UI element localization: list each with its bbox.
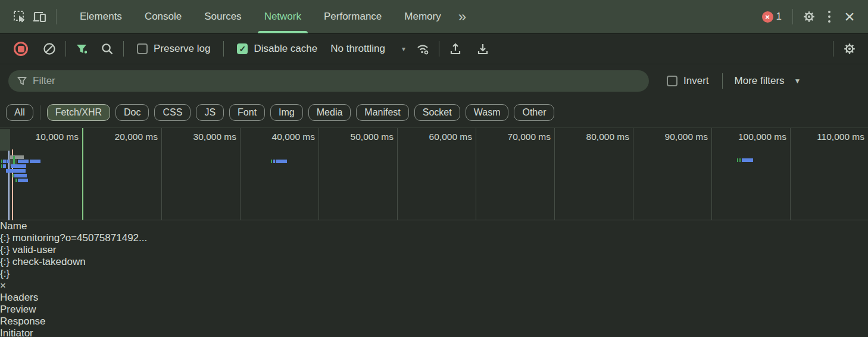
divider [65, 41, 66, 57]
table-row[interactable]: {:} [0, 268, 868, 280]
timeline-tick: 100,000 ms [712, 128, 791, 220]
export-har-icon[interactable] [473, 39, 493, 59]
timeline-tick: 20,000 ms [83, 128, 162, 220]
tab-initiator[interactable]: Initiator [0, 327, 868, 337]
tab-headers[interactable]: Headers [0, 292, 868, 304]
details-tab-bar: × Headers Preview Response Initiator Tim… [0, 280, 868, 337]
json-braces-icon: {:} [0, 232, 10, 244]
json-braces-icon: {:} [0, 244, 10, 255]
tab-preview[interactable]: Preview [0, 304, 868, 316]
divider [833, 41, 833, 57]
more-tabs-icon[interactable]: » [452, 8, 472, 25]
chip-wasm[interactable]: Wasm [466, 104, 509, 121]
chip-doc[interactable]: Doc [115, 104, 149, 121]
divider [56, 9, 57, 24]
divider [223, 41, 224, 57]
table-row-valid-user[interactable]: {:} valid-user [0, 244, 868, 256]
tab-console[interactable]: Console [133, 0, 193, 33]
name-column-header[interactable]: Name [0, 220, 868, 232]
divider [439, 41, 439, 57]
error-badge[interactable]: × 1 [762, 11, 782, 23]
request-list: Name {:} monitoring?o=45075871492... {:}… [0, 220, 868, 280]
chip-other[interactable]: Other [514, 104, 554, 121]
kebab-menu-icon[interactable] [819, 7, 839, 27]
network-toolbar: Preserve log ✓ Disable cache No throttli… [0, 34, 868, 64]
divider [123, 41, 124, 57]
chip-font[interactable]: Font [229, 104, 265, 121]
divider [792, 9, 793, 24]
tab-sources[interactable]: Sources [193, 0, 252, 33]
network-settings-gear-icon[interactable] [839, 39, 860, 59]
timeline-tick: 10,000 ms [5, 128, 83, 220]
checkbox-unchecked[interactable] [137, 43, 148, 54]
request-details-pane: × Headers Preview Response Initiator Tim… [0, 280, 868, 337]
filter-funnel-small-icon [17, 76, 27, 86]
tab-memory[interactable]: Memory [393, 0, 452, 33]
timeline-tick: 30,000 ms [162, 128, 241, 220]
chevron-down-icon: ▼ [401, 46, 407, 52]
tab-elements[interactable]: Elements [68, 0, 133, 33]
request-type-filters: All Fetch/XHR Doc CSS JS Font Img Media … [0, 97, 868, 128]
checkbox-checked[interactable]: ✓ [237, 43, 248, 54]
tab-network[interactable]: Network [253, 0, 313, 33]
preserve-log-checkbox[interactable]: Preserve log [137, 43, 210, 55]
timeline-tick: 70,000 ms [476, 128, 555, 220]
devtools-window: Elements Console Sources Network Perform… [0, 0, 868, 337]
filter-funnel-icon[interactable] [72, 39, 92, 59]
inspect-element-icon[interactable] [10, 7, 30, 27]
chip-manifest[interactable]: Manifest [356, 104, 408, 121]
record-network-log-icon[interactable] [11, 39, 31, 59]
network-conditions-icon[interactable] [413, 39, 433, 59]
checkbox-unchecked[interactable] [667, 76, 677, 86]
chip-img[interactable]: Img [270, 104, 303, 121]
divider [40, 105, 40, 120]
more-filters-dropdown[interactable]: More filters ▼ [735, 75, 801, 87]
table-row-monitoring[interactable]: {:} monitoring?o=45075871492... [0, 232, 868, 244]
search-icon[interactable] [97, 39, 117, 59]
disable-cache-checkbox[interactable]: ✓ Disable cache [237, 43, 317, 55]
json-braces-icon: {:} [0, 256, 10, 267]
tab-performance[interactable]: Performance [313, 0, 393, 33]
settings-gear-icon[interactable] [799, 7, 819, 27]
timeline-tick: 60,000 ms [398, 128, 476, 220]
overview-right-handle[interactable] [0, 129, 10, 151]
devtools-tab-bar: Elements Console Sources Network Perform… [0, 0, 868, 34]
clear-network-log-icon[interactable] [39, 39, 60, 59]
chip-js[interactable]: JS [196, 104, 224, 121]
network-bottom-split: Name {:} monitoring?o=45075871492... {:}… [0, 220, 868, 337]
chip-socket[interactable]: Socket [414, 104, 460, 121]
chevron-down-icon: ▼ [794, 77, 801, 85]
timeline-tick: 110,000 ms [791, 128, 868, 220]
network-overview-timeline[interactable]: 10,000 ms 20,000 ms 30,000 ms 40,000 ms … [0, 128, 868, 220]
close-details-icon[interactable]: × [0, 280, 6, 291]
chip-all[interactable]: All [6, 104, 33, 121]
timeline-tick: 40,000 ms [241, 128, 319, 220]
json-braces-icon: {:} [0, 268, 10, 279]
error-icon: × [762, 11, 773, 23]
timeline-tick: 50,000 ms [319, 128, 398, 220]
throttling-dropdown[interactable]: No throttling ▼ [330, 43, 407, 55]
close-devtools-icon[interactable]: × [839, 7, 860, 27]
tab-response[interactable]: Response [0, 316, 868, 327]
chip-fetch-xhr[interactable]: Fetch/XHR [47, 104, 110, 121]
invert-checkbox[interactable]: Invert [667, 75, 709, 87]
table-row-check-takedown[interactable]: {:} check-takedown [0, 256, 868, 268]
timeline-grid: 10,000 ms 20,000 ms 30,000 ms 40,000 ms … [0, 128, 868, 220]
panel-tabs: Elements Console Sources Network Perform… [68, 0, 452, 33]
import-har-icon[interactable] [445, 39, 466, 59]
chip-media[interactable]: Media [308, 104, 351, 121]
timeline-tick: 80,000 ms [555, 128, 633, 220]
filter-row: Invert More filters ▼ [0, 64, 868, 97]
chip-css[interactable]: CSS [154, 104, 191, 121]
error-count: 1 [776, 11, 782, 23]
filter-input[interactable] [33, 75, 641, 87]
filter-input-container[interactable] [8, 70, 649, 92]
device-toolbar-icon[interactable] [30, 7, 50, 27]
divider [722, 73, 723, 89]
timeline-tick: 90,000 ms [633, 128, 712, 220]
